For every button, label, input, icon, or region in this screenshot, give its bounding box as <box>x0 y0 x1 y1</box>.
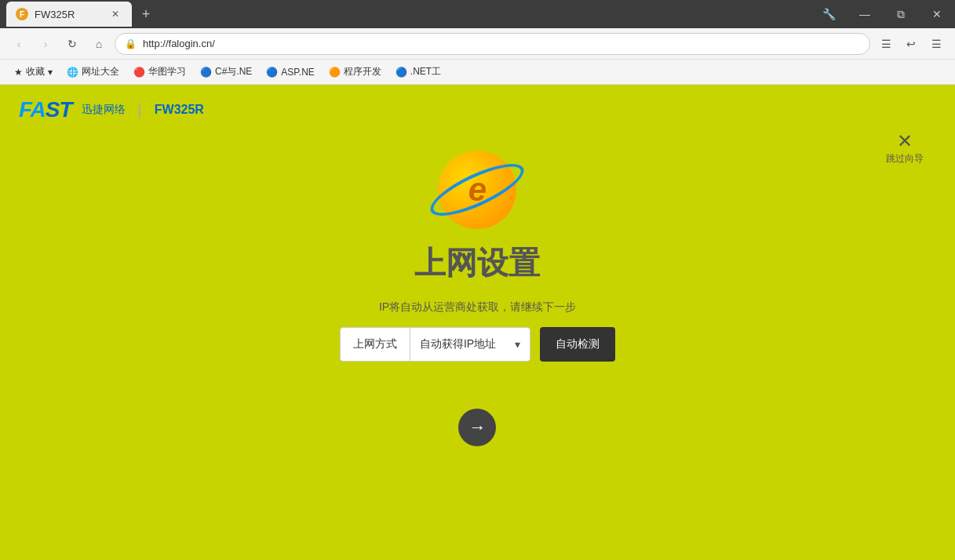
star-icon: ★ <box>14 67 23 78</box>
skip-wizard-label: 跳过向导 <box>886 152 924 165</box>
home-button[interactable]: ⌂ <box>88 33 110 55</box>
main-content: e 上网设置 IP将自动从运营商处获取，请继续下一步 上网方式 自动获得IP地址… <box>340 151 615 446</box>
tab-close-button[interactable]: ✕ <box>108 7 122 21</box>
form-row: 上网方式 自动获得IP地址 ▾ 自动检测 <box>340 327 615 362</box>
globe-icon: 🌐 <box>67 67 78 78</box>
extensions-button[interactable]: ☰ <box>875 33 897 55</box>
restore-button[interactable]: ⧉ <box>883 0 919 28</box>
bookmark-favorites-label: 收藏 <box>26 65 45 78</box>
bookmark-all-sites[interactable]: 🌐 网址大全 <box>60 62 126 82</box>
menu-button[interactable]: ☰ <box>925 33 947 55</box>
bookmark-dev-label: 程序开发 <box>344 65 381 78</box>
bookmarks-bar: ★ 收藏 ▾ 🌐 网址大全 🔴 华图学习 🔵 C#与.NE 🔵 ASP.NE 🟠… <box>0 60 955 85</box>
tab-favicon: F <box>16 8 28 20</box>
new-tab-button[interactable]: + <box>135 3 157 25</box>
address-bar[interactable]: 🔒 http://falogin.cn/ <box>115 33 870 55</box>
navigation-bar: ‹ › ↻ ⌂ 🔒 http://falogin.cn/ ☰ ↩ ☰ <box>0 28 955 60</box>
next-button[interactable]: → <box>458 409 496 446</box>
bookmark-all-sites-label: 网址大全 <box>82 65 119 78</box>
close-button[interactable]: ✕ <box>919 0 955 28</box>
bookmark-favorites-arrow: ▾ <box>48 67 53 78</box>
window-controls: 🔧 — ⧉ ✕ <box>811 0 955 28</box>
tab-bar: F FW325R ✕ + 🔧 — ⧉ ✕ <box>0 0 955 28</box>
nav-right-buttons: ☰ ↩ ☰ <box>875 33 947 55</box>
model-name: FW325R <box>155 103 204 117</box>
bookmark-asp[interactable]: 🔵 ASP.NE <box>260 64 320 81</box>
forward-button[interactable]: › <box>35 33 56 55</box>
dotnet-icon: 🔵 <box>395 67 407 78</box>
bookmark-huatu[interactable]: 🔴 华图学习 <box>127 62 192 82</box>
bookmark-dev[interactable]: 🟠 程序开发 <box>323 62 388 82</box>
bookmark-favorites[interactable]: ★ 收藏 ▾ <box>8 62 59 82</box>
fast-brand-logo: FAST <box>19 97 72 122</box>
back-button[interactable]: ‹ <box>8 33 30 55</box>
skip-wizard-button[interactable]: ✕ 跳过向导 <box>886 132 924 165</box>
bookmark-asp-label: ASP.NE <box>281 67 314 78</box>
fast-subtitle: 迅捷网络 <box>82 103 126 117</box>
refresh-button[interactable]: ↻ <box>61 33 83 55</box>
bookmark-csharp-label: C#与.NE <box>215 65 252 78</box>
bookmark-csharp[interactable]: 🔵 C#与.NE <box>194 62 258 82</box>
description-text: IP将自动从运营商处获取，请继续下一步 <box>379 300 576 315</box>
auto-detect-button[interactable]: 自动检测 <box>540 327 615 362</box>
address-text: http://falogin.cn/ <box>143 38 215 49</box>
page-header: FAST 迅捷网络 | FW325R <box>0 85 955 135</box>
minimize-button[interactable]: — <box>847 0 883 28</box>
huatu-icon: 🔴 <box>133 67 145 78</box>
settings-button[interactable]: 🔧 <box>811 0 847 28</box>
connection-type-select[interactable]: 上网方式 自动获得IP地址 ▾ <box>340 327 530 362</box>
bookmark-huatu-label: 华图学习 <box>148 65 186 78</box>
asp-icon: 🔵 <box>266 67 278 78</box>
next-arrow-icon: → <box>468 417 486 438</box>
connection-type-value: 自动获得IP地址 <box>410 337 505 351</box>
header-divider: | <box>138 101 142 119</box>
page-content: FAST 迅捷网络 | FW325R ✕ 跳过向导 e 上网设置 IP将自动从运… <box>0 85 955 560</box>
undo-button[interactable]: ↩ <box>900 33 922 55</box>
connection-type-label: 上网方式 <box>341 328 410 361</box>
ssl-lock-icon: 🔒 <box>125 38 137 49</box>
globe-icon-container: e <box>438 151 516 229</box>
active-tab[interactable]: F FW325R ✕ <box>6 2 132 27</box>
tab-title: FW325R <box>35 9 75 20</box>
csharp-icon: 🔵 <box>200 67 212 78</box>
globe-letter: e <box>468 171 487 209</box>
page-title: 上网设置 <box>414 242 540 285</box>
dev-icon: 🟠 <box>329 67 341 78</box>
bookmark-dotnet[interactable]: 🔵 .NET工 <box>389 62 447 82</box>
skip-x-icon: ✕ <box>897 132 913 151</box>
dropdown-arrow-icon: ▾ <box>505 338 530 351</box>
bookmark-dotnet-label: .NET工 <box>410 65 441 78</box>
